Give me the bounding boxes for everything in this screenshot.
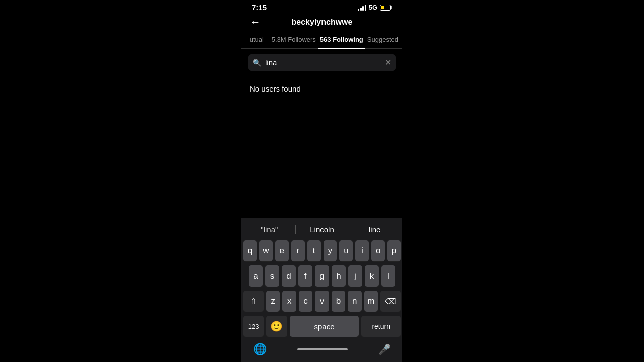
shift-key[interactable]: ⇧ [243, 291, 264, 312]
suggestion-2[interactable]: line [348, 222, 401, 237]
header: ← beckylynchwwe [242, 14, 403, 31]
space-key[interactable]: space [290, 316, 359, 337]
key-u[interactable]: u [339, 240, 353, 261]
keyboard: "lina" Lincoln line q w e r t y u i o p … [242, 218, 403, 362]
key-y[interactable]: y [324, 240, 337, 261]
key-x[interactable]: x [282, 291, 296, 312]
key-o[interactable]: o [371, 240, 385, 261]
search-input[interactable]: lina [265, 58, 381, 67]
key-j[interactable]: j [348, 265, 362, 287]
key-f[interactable]: f [298, 265, 312, 287]
key-b[interactable]: b [332, 291, 345, 312]
key-c[interactable]: c [299, 291, 312, 312]
key-t[interactable]: t [307, 240, 321, 261]
back-button[interactable]: ← [250, 16, 261, 29]
key-s[interactable]: s [265, 265, 279, 287]
status-time: 7:15 [252, 3, 267, 12]
numbers-key[interactable]: 123 [243, 316, 264, 337]
key-e[interactable]: e [275, 240, 289, 261]
keyboard-row-3: ⇧ z x c v b n m ⌫ [243, 291, 401, 312]
key-k[interactable]: k [365, 265, 379, 287]
page-title: beckylynchwwe [292, 18, 353, 27]
tab-suggested[interactable]: Suggested [365, 31, 400, 48]
tabs-bar: utual 5.3M Followers 563 Following Sugge… [242, 31, 403, 49]
status-bar: 7:15 5G [242, 0, 403, 14]
network-label: 5G [369, 4, 377, 11]
backspace-key[interactable]: ⌫ [380, 291, 401, 312]
tab-mutual[interactable]: utual [244, 31, 270, 48]
key-z[interactable]: z [266, 291, 280, 312]
keyboard-bottom-bar: 🌐 🎤 [243, 341, 401, 360]
key-w[interactable]: w [259, 240, 273, 261]
key-v[interactable]: v [315, 291, 329, 312]
key-m[interactable]: m [364, 291, 378, 312]
key-r[interactable]: r [291, 240, 305, 261]
no-users-message: No users found [242, 76, 403, 101]
key-p[interactable]: p [387, 240, 401, 261]
key-d[interactable]: d [282, 265, 296, 287]
tab-followers[interactable]: 5.3M Followers [270, 31, 318, 48]
search-clear-button[interactable]: ✕ [385, 58, 391, 67]
key-h[interactable]: h [332, 265, 346, 287]
return-key[interactable]: return [361, 316, 401, 337]
key-n[interactable]: n [348, 291, 361, 312]
suggestion-0[interactable]: "lina" [243, 222, 296, 237]
keyboard-row-2: a s d f g h j k l [243, 265, 401, 287]
key-a[interactable]: a [249, 265, 263, 287]
mic-icon[interactable]: 🎤 [378, 343, 391, 355]
keyboard-suggestions: "lina" Lincoln line [243, 222, 401, 237]
search-icon: 🔍 [253, 59, 261, 67]
suggestion-1[interactable]: Lincoln [296, 222, 349, 237]
signal-icon [358, 5, 366, 11]
key-i[interactable]: i [355, 240, 369, 261]
key-g[interactable]: g [315, 265, 329, 287]
keyboard-row-4: 123 🙂 space return [243, 316, 401, 337]
battery-icon [380, 5, 392, 11]
globe-icon[interactable]: 🌐 [253, 343, 267, 356]
key-l[interactable]: l [381, 265, 395, 287]
emoji-key[interactable]: 🙂 [266, 316, 287, 337]
key-q[interactable]: q [243, 240, 257, 261]
status-icons: 5G [358, 4, 392, 11]
keyboard-row-1: q w e r t y u i o p [243, 240, 401, 261]
tab-following[interactable]: 563 Following [318, 31, 365, 48]
home-indicator [297, 348, 348, 350]
search-bar[interactable]: 🔍 lina ✕ [248, 54, 396, 71]
